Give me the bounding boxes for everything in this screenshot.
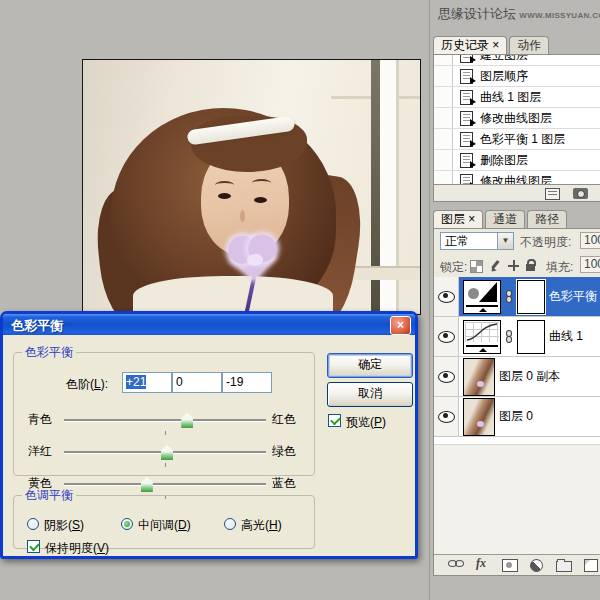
checkbox-checked-icon[interactable] <box>27 540 40 553</box>
lock-transparency-icon[interactable] <box>470 260 483 273</box>
layer-image-thumbnail[interactable] <box>463 358 495 396</box>
layer-image-thumbnail[interactable] <box>463 398 495 436</box>
history-source-well[interactable] <box>434 66 453 86</box>
blend-mode-select[interactable]: 正常 ▼ <box>440 232 514 250</box>
layer-name[interactable]: 曲线 1 <box>549 328 583 345</box>
history-item[interactable]: 色彩平衡 1 图层 <box>434 129 600 150</box>
radio-icon[interactable] <box>224 518 236 530</box>
opacity-label: 不透明度: <box>520 234 571 251</box>
dialog-titlebar[interactable]: 色彩平衡 × <box>3 314 415 335</box>
eye-icon[interactable] <box>438 371 455 383</box>
layer-style-icon[interactable]: fx <box>476 556 486 571</box>
layer-mask-thumbnail[interactable] <box>517 320 545 354</box>
new-snapshot-icon[interactable] <box>573 188 588 199</box>
history-item[interactable]: 图层顺序 <box>434 66 600 87</box>
ok-button[interactable]: 确定 <box>327 353 413 378</box>
layer-row-layer0[interactable]: 图层 0 <box>434 397 600 437</box>
tab-actions[interactable]: 动作 <box>509 36 549 54</box>
layer-name[interactable]: 图层 0 <box>499 408 533 425</box>
eye-icon[interactable] <box>438 291 455 303</box>
new-layer-icon[interactable] <box>584 559 598 572</box>
magenta-green-slider-track[interactable] <box>64 451 266 454</box>
green-label: 绿色 <box>272 443 296 460</box>
link-layers-icon[interactable] <box>448 559 466 569</box>
visibility-cell[interactable] <box>434 357 459 396</box>
levels-input-1[interactable]: +21 <box>122 372 172 393</box>
eye-icon[interactable] <box>438 411 455 423</box>
history-item-partial[interactable]: 建立图层 <box>434 55 600 66</box>
lock-position-icon[interactable] <box>508 260 519 271</box>
close-icon[interactable]: × <box>390 316 411 335</box>
tab-channels[interactable]: 通道 <box>485 210 525 228</box>
layers-panel: 正常 ▼ 不透明度: 100 锁定: 填充: 100 <box>433 228 600 576</box>
radio-icon[interactable] <box>27 518 39 530</box>
photo-eye-right <box>254 197 267 203</box>
layer-row-curves[interactable]: 曲线 1 <box>434 317 600 357</box>
photo-eyebrow-left <box>215 181 234 189</box>
history-source-well[interactable] <box>434 108 453 128</box>
opacity-input[interactable]: 100 <box>580 232 600 249</box>
magenta-green-slider-thumb[interactable] <box>161 445 173 460</box>
layer-row-layer0-copy[interactable]: 图层 0 副本 <box>434 357 600 397</box>
visibility-cell[interactable] <box>434 277 459 316</box>
color-balance-legend: 色彩平衡 <box>22 344 76 361</box>
red-label: 红色 <box>272 411 296 428</box>
layer-name[interactable]: 色彩平衡 1 <box>549 288 600 305</box>
history-item[interactable]: 曲线 1 图层 <box>434 87 600 108</box>
curves-adjustment-thumbnail[interactable] <box>463 320 501 354</box>
tab-history[interactable]: 历史记录 × <box>433 36 507 54</box>
lock-row: 锁定: 填充: 100 <box>434 253 600 277</box>
radio-selected-icon[interactable] <box>121 518 133 530</box>
yellow-blue-slider-track[interactable] <box>64 483 266 486</box>
history-source-well[interactable] <box>434 55 453 65</box>
history-item[interactable]: 修改曲线图层 <box>434 171 600 185</box>
history-source-well[interactable] <box>434 150 453 170</box>
checkbox-checked-icon[interactable] <box>328 414 341 427</box>
tab-layers[interactable]: 图层 × <box>433 210 483 228</box>
cyan-red-slider-track[interactable] <box>64 419 266 422</box>
visibility-cell[interactable] <box>434 397 459 436</box>
history-state-icon <box>460 132 473 147</box>
tab-paths[interactable]: 路径 <box>527 210 567 228</box>
history-item[interactable]: 删除图层 <box>434 150 600 171</box>
history-state-icon <box>460 69 473 84</box>
cyan-red-slider-row: 青色 红色 <box>14 411 314 429</box>
chevron-down-icon[interactable]: ▼ <box>497 233 513 249</box>
history-list: 建立图层 图层顺序 曲线 1 图层 修改曲线图层 色彩平衡 1 图层 <box>433 54 600 185</box>
new-document-from-state-icon[interactable] <box>545 188 560 200</box>
layer-list: 色彩平衡 1 曲线 1 <box>434 277 600 444</box>
new-group-icon[interactable] <box>556 561 572 572</box>
color-balance-dialog: 色彩平衡 × 色彩平衡 色阶(L): +21 0 -19 青色 红色 洋红 绿色… <box>0 311 418 559</box>
lock-pixels-icon[interactable] <box>490 260 501 271</box>
history-state-icon <box>460 55 473 63</box>
layer-row-color-balance[interactable]: 色彩平衡 1 <box>434 277 600 317</box>
layer-list-empty-area <box>434 444 600 558</box>
new-adjustment-layer-icon[interactable] <box>527 556 545 574</box>
history-source-well[interactable] <box>434 171 453 185</box>
lock-all-icon[interactable] <box>526 264 535 271</box>
tab-close-icon[interactable]: × <box>468 212 475 226</box>
layers-footer: fx <box>434 554 600 575</box>
history-state-icon <box>460 90 473 105</box>
levels-input-3[interactable]: -19 <box>222 372 272 393</box>
color-balance-adjustment-thumbnail[interactable] <box>463 280 501 314</box>
add-mask-icon[interactable] <box>502 559 518 572</box>
history-item[interactable]: 修改曲线图层 <box>434 108 600 129</box>
layer-mask-thumbnail[interactable] <box>517 280 545 314</box>
eye-icon[interactable] <box>438 331 455 343</box>
history-source-well[interactable] <box>434 87 453 107</box>
tone-balance-legend: 色调平衡 <box>22 487 76 504</box>
fill-input[interactable]: 100 <box>580 256 600 273</box>
layer-name[interactable]: 图层 0 副本 <box>499 368 560 385</box>
levels-input-2[interactable]: 0 <box>172 372 222 393</box>
link-mask-icon <box>505 330 513 344</box>
color-balance-group: 色彩平衡 色阶(L): +21 0 -19 青色 红色 洋红 绿色 黄色 <box>13 344 315 476</box>
history-source-well[interactable] <box>434 129 453 149</box>
link-mask-icon <box>505 290 513 304</box>
cancel-button[interactable]: 取消 <box>327 382 413 407</box>
tab-close-icon[interactable]: × <box>492 38 499 52</box>
history-state-icon <box>460 153 473 168</box>
cyan-red-slider-thumb[interactable] <box>181 413 193 428</box>
image-canvas <box>82 59 421 315</box>
visibility-cell[interactable] <box>434 317 459 356</box>
